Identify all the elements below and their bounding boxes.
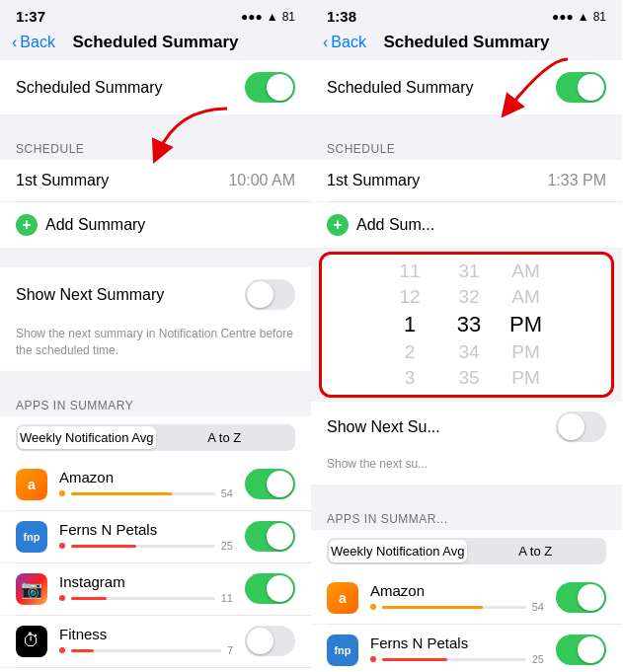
min-31[interactable]: 31 xyxy=(458,259,479,284)
hour-11[interactable]: 11 xyxy=(399,259,420,284)
app-row-2: 📷 Instagram 11 xyxy=(0,563,311,615)
show-next-toggle-1[interactable] xyxy=(245,279,295,310)
app-toggle-0[interactable] xyxy=(556,582,606,613)
min-33-selected[interactable]: 33 xyxy=(457,310,481,339)
chevron-left-icon-2: ‹ xyxy=(323,34,328,51)
gap-5 xyxy=(311,485,622,504)
min-32[interactable]: 32 xyxy=(458,284,479,310)
ampm-am2[interactable]: AM xyxy=(511,284,540,310)
app-bar-row-1: 25 xyxy=(370,653,544,665)
summary-label-2: 1st Summary xyxy=(327,172,420,189)
hours-column: 11 12 1 2 3 xyxy=(380,259,439,391)
app-toggle-knob-1 xyxy=(578,636,604,663)
toggle-knob-2 xyxy=(578,74,604,101)
app-count-0: 54 xyxy=(221,487,233,499)
add-label-1: Add Summary xyxy=(45,216,145,234)
app-toggle-1[interactable] xyxy=(245,521,295,552)
app-bar-fill-1 xyxy=(382,658,447,661)
gap-2 xyxy=(0,248,311,267)
app-bar-bg-0 xyxy=(71,492,215,495)
summary-row-1[interactable]: 1st Summary 10:00 AM xyxy=(0,160,311,201)
app-bar-row-0: 54 xyxy=(370,601,544,613)
app-bar-bg-3 xyxy=(71,649,221,652)
ampm-am-top[interactable]: AM xyxy=(511,259,540,284)
add-summary-row-2[interactable]: + Add Sum... xyxy=(327,214,434,236)
app-dot-0 xyxy=(59,490,65,496)
toggle-knob-1 xyxy=(267,74,293,101)
segmented-control-2: Weekly Notification Avg A to Z xyxy=(311,530,622,572)
app-toggle-0[interactable] xyxy=(245,469,295,499)
summary-label-1: 1st Summary xyxy=(16,172,109,189)
app-info-1: Ferns N Petals 25 xyxy=(370,635,544,665)
signal-icon-2: ●●● xyxy=(552,10,574,24)
scheduled-summary-toggle-row-1: Scheduled Summary xyxy=(0,60,311,114)
scheduled-summary-toggle-row-2: Scheduled Summary xyxy=(311,60,622,114)
seg-atoz-2[interactable]: A to Z xyxy=(467,540,605,562)
toggle-label-1: Scheduled Summary xyxy=(16,79,163,97)
hour-3[interactable]: 3 xyxy=(405,365,416,391)
show-next-row-1: Show Next Summary xyxy=(0,267,311,322)
hour-1-selected[interactable]: 1 xyxy=(404,310,416,339)
app-toggle-1[interactable] xyxy=(556,635,606,665)
seg-weekly-1[interactable]: Weekly Notification Avg xyxy=(18,426,156,449)
hour-12[interactable]: 12 xyxy=(399,284,420,310)
app-bar-bg-1 xyxy=(71,545,215,548)
time-picker[interactable]: 11 12 1 2 3 31 32 33 34 35 xyxy=(319,252,614,398)
hour-2[interactable]: 2 xyxy=(405,339,416,365)
seg-inner-2: Weekly Notification Avg A to Z xyxy=(327,538,606,564)
apps-list-1: a Amazon 54 fnp xyxy=(0,459,311,672)
app-name-1: Ferns N Petals xyxy=(370,635,544,651)
show-next-toggle-2[interactable] xyxy=(556,411,606,442)
app-toggle-knob-2 xyxy=(267,575,293,602)
scheduled-summary-toggle-2[interactable] xyxy=(556,72,606,103)
summary-row-2[interactable]: 1st Summary 1:33 PM xyxy=(311,160,622,201)
app-row-1: fnp Ferns N Petals 25 xyxy=(0,511,311,562)
show-next-label-2: Show Next Su... xyxy=(327,418,440,436)
app-dot-1 xyxy=(59,543,65,549)
apps-header-2: APPS IN SUMMAR... xyxy=(311,504,622,530)
add-summary-row-1[interactable]: + Add Summary xyxy=(0,202,311,248)
app-info-3: Fitness 7 xyxy=(59,626,233,656)
signal-icon: ●●● xyxy=(241,10,263,24)
seg-atoz-1[interactable]: A to Z xyxy=(156,426,294,449)
panel-2: 1:38 ●●● ▲ 81 ‹ Back Scheduled Summary S… xyxy=(311,0,622,672)
nav-title-1: Scheduled Summary xyxy=(72,33,238,52)
ampm-pm2[interactable]: PM xyxy=(511,339,540,365)
app-bar-fill-3 xyxy=(71,649,94,652)
app-count-1: 25 xyxy=(221,540,233,552)
app-info-0: Amazon 54 xyxy=(59,469,233,499)
add-label-2: Add Sum... xyxy=(356,216,434,234)
gap-1 xyxy=(0,114,311,134)
show-next-desc-2: Show the next su... xyxy=(311,452,622,485)
back-label-2: Back xyxy=(331,34,366,51)
add-summary-truncated: + Add Sum... xyxy=(311,202,622,248)
app-count-2: 11 xyxy=(221,592,233,604)
app-bar-fill-2 xyxy=(71,597,107,600)
app-bar-bg-1 xyxy=(382,658,526,661)
nav-bar-1: ‹ Back Scheduled Summary xyxy=(0,29,311,60)
back-button-2[interactable]: ‹ Back xyxy=(323,34,366,51)
min-34[interactable]: 34 xyxy=(458,339,479,365)
ampm-pm-selected[interactable]: PM xyxy=(509,310,542,339)
app-bar-row-1: 25 xyxy=(59,540,233,552)
ampm-pm3[interactable]: PM xyxy=(511,365,540,391)
app-toggle-3[interactable] xyxy=(245,626,295,656)
min-35[interactable]: 35 xyxy=(458,365,479,391)
app-dot-0 xyxy=(370,604,376,610)
gap-4 xyxy=(311,114,622,134)
schedule-header-1: SCHEDULE xyxy=(0,134,311,160)
apps-list-2: a Amazon 54 fnp xyxy=(311,572,622,672)
summary-time-1: 10:00 AM xyxy=(228,172,295,189)
panel-1: 1:37 ●●● ▲ 81 ‹ Back Scheduled Summary S… xyxy=(0,0,311,672)
back-button-1[interactable]: ‹ Back xyxy=(12,34,55,51)
scheduled-summary-toggle-1[interactable] xyxy=(245,72,295,103)
seg-weekly-2[interactable]: Weekly Notification Avg xyxy=(329,540,467,562)
status-icons-1: ●●● ▲ 81 xyxy=(241,10,295,24)
app-bar-row-0: 54 xyxy=(59,487,233,499)
app-dot-3 xyxy=(59,647,65,653)
app-bar-bg-2 xyxy=(71,597,215,600)
app-bar-row-3: 7 xyxy=(59,644,233,656)
toggle-label-2: Scheduled Summary xyxy=(327,79,474,97)
app-row-1: fnp Ferns N Petals 25 xyxy=(311,625,622,672)
app-toggle-2[interactable] xyxy=(245,573,295,604)
